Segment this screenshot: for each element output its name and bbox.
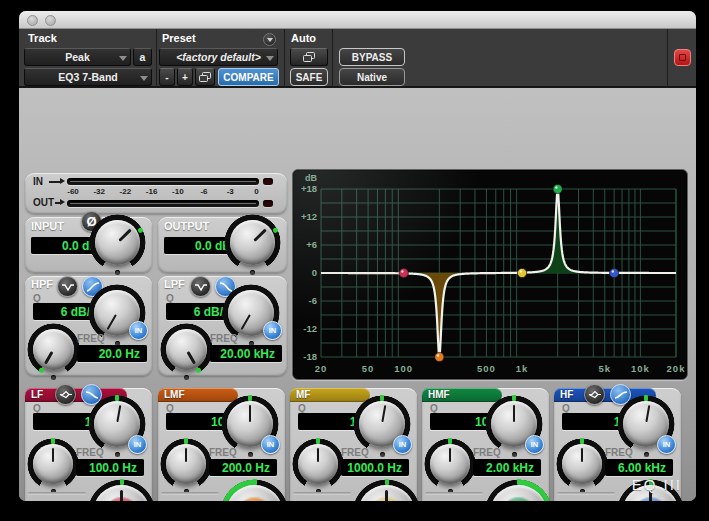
hmf-band-handle[interactable] [553, 184, 562, 193]
mf-in-button[interactable]: IN [393, 435, 412, 454]
knob-notch [248, 452, 253, 457]
knob-tick-indicator [385, 479, 389, 485]
native-button[interactable]: Native [339, 68, 405, 86]
knob-notch [184, 375, 189, 380]
copy-icon [303, 52, 315, 63]
lf-gain-knob[interactable] [93, 485, 150, 501]
preset-copy-button[interactable] [195, 68, 215, 86]
window-traffic-light-2[interactable] [45, 15, 56, 26]
input-panel: INPUT Ø 0.0 dB [25, 217, 152, 273]
input-gain-knob[interactable] [95, 220, 140, 265]
hmf-freq-knob[interactable] [430, 444, 470, 484]
svg-text:-12: -12 [303, 323, 317, 334]
notch-filter-icon [61, 282, 75, 291]
hf-freq-display[interactable]: 6.00 kHz [605, 459, 673, 476]
svg-text:20: 20 [315, 363, 328, 374]
mf-freq-display[interactable]: 1000.0 Hz [341, 459, 409, 476]
hf-freq-knob[interactable] [562, 444, 602, 484]
plugin-header: Track Peak a EQ3 7-Band Preset <factory … [19, 29, 696, 88]
hmf-in-button[interactable]: IN [525, 435, 544, 454]
mf-freq-knob[interactable] [298, 444, 338, 484]
lmf-freq-knob[interactable] [166, 444, 206, 484]
hpf-freq-knob[interactable] [33, 329, 74, 370]
output-gain-knob[interactable] [230, 220, 275, 265]
hmf-freq-label: FREQ [473, 447, 501, 458]
lmf-band-handle[interactable] [435, 352, 444, 361]
arrow-right-icon [55, 202, 61, 204]
preset-next-button[interactable]: + [177, 68, 193, 86]
knob-dot-indicator [195, 367, 202, 374]
lf-in-button[interactable]: IN [128, 435, 147, 454]
knob-tick-indicator [517, 479, 521, 485]
preset-selector[interactable]: <factory default> [159, 48, 278, 66]
lpf-in-button[interactable]: IN [263, 321, 282, 340]
safe-button[interactable]: SAFE [290, 68, 328, 86]
lf-freq-label: FREQ [76, 447, 104, 458]
lf-freq-knob[interactable] [33, 444, 73, 484]
lf-band-handle-highlight [401, 270, 403, 272]
bypass-button[interactable]: BYPASS [339, 48, 405, 66]
lmf-in-button[interactable]: IN [261, 435, 280, 454]
title-bar[interactable] [19, 11, 696, 29]
lmf-band-handle-highlight [437, 354, 439, 356]
svg-text:+18: +18 [301, 183, 317, 194]
lmf-gain-knob[interactable] [226, 485, 283, 501]
mf-band-handle[interactable] [517, 268, 526, 277]
hpf-notch-type-button[interactable] [57, 276, 78, 297]
divider [284, 29, 285, 88]
svg-text:dB: dB [305, 173, 317, 183]
lpf-freq-knob[interactable] [166, 329, 207, 370]
knob-notch [644, 452, 649, 457]
svg-text:+6: +6 [306, 239, 317, 250]
input-clip-led[interactable] [263, 178, 273, 185]
lf-peak-type-button[interactable] [55, 384, 76, 405]
hmf-band-panel: HMFQ10.00FREQ2.00 kHzINGAIN18.0 dB [422, 388, 549, 501]
preset-previous-button[interactable]: - [159, 68, 175, 86]
lpf-notch-type-button[interactable] [190, 276, 211, 297]
svg-text:20k: 20k [667, 363, 686, 374]
preset-menu-button[interactable] [263, 33, 276, 46]
mf-gain-knob[interactable] [358, 485, 415, 501]
lf-band-handle[interactable] [399, 268, 408, 277]
knob-tick-indicator [184, 438, 188, 444]
hpf-in-button[interactable]: IN [129, 321, 148, 340]
plugin-selector[interactable]: EQ3 7-Band [24, 68, 152, 86]
eq-curve-graph[interactable]: dB+18+12+60-6-12-1820501005001k5k10k20k [292, 169, 688, 380]
lpf-freq-display[interactable]: 20.00 kHz [210, 345, 282, 362]
automation-letter-selector[interactable]: a [133, 48, 152, 66]
hpf-label: HPF [31, 278, 53, 290]
meter-scale-tick: -32 [93, 187, 105, 196]
lf-band-panel: LFQ1.00FREQ100.0 HzINGAIN0.0 dB [25, 388, 152, 501]
eq-curve-svg[interactable]: dB+18+12+60-6-12-1820501005001k5k10k20k [293, 170, 687, 379]
hmf-freq-display[interactable]: 2.00 kHz [473, 459, 541, 476]
hmf-gain-knob[interactable] [490, 485, 547, 501]
chevron-down-icon [119, 56, 127, 61]
arrow-right-icon [49, 181, 61, 183]
lf-freq-display[interactable]: 100.0 Hz [76, 459, 144, 476]
window-traffic-light-1[interactable] [27, 15, 38, 26]
compare-button[interactable]: COMPARE [218, 68, 279, 86]
output-meter [67, 200, 259, 207]
target-button[interactable] [674, 49, 691, 66]
hmf-band-label: HMF [428, 389, 450, 400]
knob-tick-indicator [51, 438, 55, 444]
svg-text:-6: -6 [309, 295, 317, 306]
lmf-freq-display[interactable]: 200.0 Hz [209, 459, 277, 476]
output-label: OUTPUT [164, 220, 209, 232]
hf-band-handle-highlight [612, 270, 614, 272]
lmf-gain-label: GAIN [166, 500, 191, 501]
automation-button[interactable] [290, 48, 328, 66]
track-section-label: Track [28, 32, 57, 44]
knob-notch [51, 375, 56, 380]
hpf-freq-display[interactable]: 20.0 Hz [77, 345, 147, 362]
track-selector[interactable]: Peak [24, 48, 131, 66]
hf-peak-type-button[interactable] [584, 384, 605, 405]
preset-section-label: Preset [162, 32, 196, 44]
knob-tick-indicator [316, 438, 320, 444]
hf-band-handle[interactable] [610, 268, 619, 277]
notch-filter-icon [194, 282, 208, 291]
hf-in-button[interactable]: IN [657, 435, 676, 454]
lmf-band-label: LMF [164, 389, 185, 400]
lpf-freq-label: FREQ [210, 333, 238, 344]
lf-gain-label: GAIN [33, 500, 58, 501]
